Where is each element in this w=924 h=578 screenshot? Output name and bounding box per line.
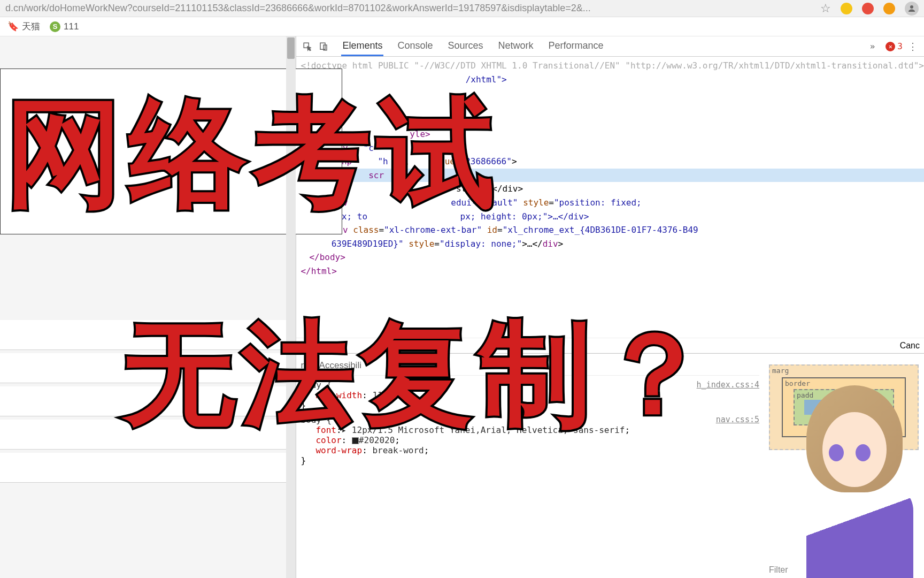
box-padding[interactable]: padd 113 bbox=[794, 389, 894, 425]
scrollbar-thumb[interactable] bbox=[287, 37, 295, 59]
styles-subtab-accessibility[interactable]: Accessibili bbox=[319, 360, 361, 371]
dom-node[interactable]: ▸<divxxxxxxxxxxxxxxxxxxx edui-default" s… bbox=[296, 196, 924, 210]
devtools-tabs: Elements Console Sources Network Perform… bbox=[341, 37, 604, 56]
device-toggle-icon[interactable] bbox=[318, 41, 329, 52]
dom-node[interactable]: ▾<body bbox=[296, 100, 924, 114]
css-selector: body { bbox=[301, 380, 759, 390]
error-indicator[interactable]: ✕ 3 bbox=[886, 41, 903, 51]
devtools-lower: rs Accessibili h_index.css:4 body { min-… bbox=[296, 353, 924, 578]
dom-doctype[interactable]: <!doctype html PUBLIC "-//W3C//DTD XHTML… bbox=[296, 59, 924, 73]
dom-node[interactable]: <inpxxxxx"hxxxixxxxvalue="23686666"> bbox=[296, 155, 924, 169]
main-area: Elements Console Sources Network Perform… bbox=[0, 36, 924, 578]
padding-label: padd bbox=[797, 391, 813, 399]
bookmarks-bar: 🔖 天猫 S 111 bbox=[0, 17, 924, 36]
page-content-pane bbox=[0, 36, 296, 578]
styles-pane: rs Accessibili h_index.css:4 body { min-… bbox=[296, 354, 764, 578]
profile-avatar-icon[interactable] bbox=[905, 2, 919, 16]
filter-input[interactable]: Filter bbox=[769, 565, 788, 575]
toolbar-icons: ☆ bbox=[820, 2, 919, 16]
css-source-link[interactable]: h_index.css:4 bbox=[697, 380, 759, 390]
dom-node[interactable]: ▸<head bbox=[296, 86, 924, 100]
address-bar: d.cn/work/doHomeWorkNew?courseId=2111011… bbox=[0, 0, 924, 17]
url-text[interactable]: d.cn/work/doHomeWorkNew?courseId=2111011… bbox=[5, 3, 820, 14]
css-declaration[interactable]: color: #202020; bbox=[301, 435, 759, 445]
bookmark-icon: 🔖 bbox=[7, 21, 19, 32]
bookmark-tmall[interactable]: 🔖 天猫 bbox=[7, 20, 40, 33]
svg-rect-2 bbox=[320, 43, 325, 49]
dom-node[interactable]: ▸<divxxxxxxxxxxxxxxxxxon" style>…</div> bbox=[296, 182, 924, 196]
dom-node[interactable]: ▸<stxxxxxxxxxxxxxyle> bbox=[296, 127, 924, 141]
devtools-menu-icon[interactable]: ⋮ bbox=[907, 41, 919, 52]
answer-row[interactable] bbox=[0, 386, 296, 416]
css-selector: body { bbox=[301, 415, 759, 425]
dom-node[interactable]: ▸<divxxx"c- bbox=[296, 141, 924, 155]
box-content[interactable]: 113 bbox=[804, 400, 883, 415]
bookmark-label: 111 bbox=[64, 21, 79, 32]
svg-point-0 bbox=[910, 5, 913, 9]
elements-tree[interactable]: <!doctype html PUBLIC "-//W3C//DTD XHTML… bbox=[296, 57, 924, 338]
tab-network[interactable]: Network bbox=[497, 37, 535, 56]
answer-row[interactable] bbox=[0, 353, 296, 383]
extension-icon-1[interactable] bbox=[841, 3, 852, 14]
dom-node-selected[interactable]: ▸<scrixxxscr bbox=[296, 169, 924, 182]
css-rule[interactable]: nav.css:5 body { font:▸ 12px/1.5 Microso… bbox=[301, 415, 759, 466]
devtools-search-row: or XP Canc bbox=[296, 338, 924, 353]
css-close: } bbox=[301, 400, 759, 410]
tab-console[interactable]: Console bbox=[396, 37, 434, 56]
search-hint[interactable]: or XP bbox=[301, 340, 326, 351]
bookmark-label: 天猫 bbox=[22, 20, 40, 33]
bookmark-favicon-icon: S bbox=[50, 21, 60, 32]
inspect-element-icon[interactable] bbox=[302, 41, 313, 52]
dom-node[interactable]: 0px; toxxxxxxxxxxxxxxxxxxpx; height: 0px… bbox=[296, 210, 924, 224]
answer-row[interactable] bbox=[0, 453, 296, 483]
extension-icon-3[interactable] bbox=[883, 3, 895, 14]
css-source-link[interactable]: nav.css:5 bbox=[716, 415, 759, 424]
box-border[interactable]: border padd 113 bbox=[782, 377, 906, 437]
css-declaration[interactable]: min-width: 1130px; bbox=[301, 390, 759, 400]
css-close: } bbox=[301, 455, 759, 466]
answer-row[interactable] bbox=[0, 320, 296, 350]
answer-row[interactable] bbox=[0, 420, 296, 450]
css-rule[interactable]: h_index.css:4 body { min-width: 1130px; … bbox=[301, 380, 759, 410]
dom-node[interactable]: </html> bbox=[296, 264, 924, 278]
styles-subtab[interactable]: rs bbox=[301, 360, 308, 371]
scrollbar[interactable] bbox=[286, 36, 296, 578]
extension-icon-2[interactable] bbox=[862, 3, 874, 14]
css-declaration[interactable]: font:▸ 12px/1.5 Microsoft Yahei,Arial, H… bbox=[301, 425, 759, 435]
cancel-button[interactable]: Canc bbox=[900, 341, 920, 351]
tab-elements[interactable]: Elements bbox=[341, 37, 383, 56]
box-margin[interactable]: marg border padd 113 bbox=[769, 364, 919, 450]
devtools-panel: Elements Console Sources Network Perform… bbox=[296, 36, 924, 578]
devtools-toolbar: Elements Console Sources Network Perform… bbox=[296, 36, 924, 57]
tab-performance[interactable]: Performance bbox=[548, 37, 605, 56]
border-label: border bbox=[785, 379, 810, 387]
styles-tabs: rs Accessibili bbox=[301, 358, 759, 376]
dom-node[interactable]: ▸<di bbox=[296, 113, 924, 127]
more-tabs-icon[interactable]: » bbox=[870, 41, 875, 51]
dom-node[interactable]: </body> bbox=[296, 250, 924, 264]
dom-node[interactable]: <html xxxxxxxxxxxxxxxxxxxxxxxxxx/xhtml"> bbox=[296, 73, 924, 87]
answer-rows bbox=[0, 320, 296, 486]
tab-sources[interactable]: Sources bbox=[447, 37, 484, 56]
error-count: 3 bbox=[897, 41, 903, 51]
bookmark-111[interactable]: S 111 bbox=[50, 21, 79, 32]
color-swatch-icon[interactable] bbox=[352, 437, 359, 444]
margin-label: marg bbox=[772, 367, 789, 375]
dom-node[interactable]: 639E489D19ED}" style="display: none;">…<… bbox=[296, 237, 924, 251]
bookmark-star-icon[interactable]: ☆ bbox=[820, 2, 831, 16]
box-model: marg border padd 113 Filter bbox=[764, 354, 924, 578]
css-declaration[interactable]: word-wrap: break-word; bbox=[301, 445, 759, 455]
error-dot-icon: ✕ bbox=[886, 42, 895, 51]
dom-node[interactable]: ▸<div class="xl-chrome-ext-bar" id="xl_c… bbox=[296, 223, 924, 237]
